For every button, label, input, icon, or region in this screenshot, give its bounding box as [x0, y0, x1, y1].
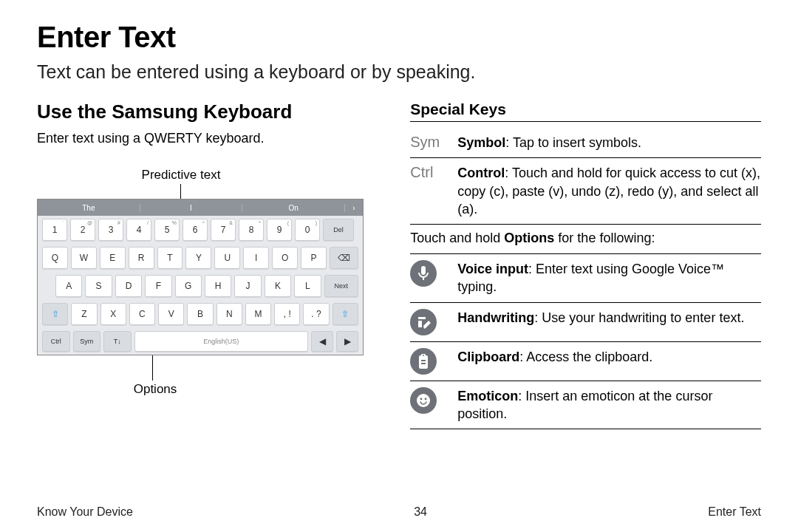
key-t: T: [157, 247, 183, 269]
callout-predictive-text: Predictive text: [133, 168, 229, 183]
key-2: 2@: [70, 219, 95, 241]
page-footer: Know Your Device 34 Enter Text: [37, 505, 761, 519]
key-m: M: [245, 303, 271, 325]
key-a: A: [55, 275, 82, 297]
key-1: 1`: [42, 219, 67, 241]
keyboard-illustration: Predictive text The I On › 1` 2@ 3# 4/ 5…: [37, 168, 381, 397]
option-description: Clipboard: Access the clipboard.: [457, 348, 761, 366]
footer-left: Know Your Device: [37, 505, 133, 519]
key-8: 8*: [239, 219, 264, 241]
option-row-voice: Voice input: Enter text using Google Voi…: [410, 254, 761, 303]
key-3: 3#: [98, 219, 123, 241]
key-i: I: [243, 247, 269, 269]
key-n: N: [216, 303, 242, 325]
key-period: . ?: [303, 303, 329, 325]
key-7: 7&: [211, 219, 236, 241]
key-c: C: [129, 303, 155, 325]
icon-slot: [410, 387, 449, 414]
key-y: Y: [185, 247, 211, 269]
predictive-word: On: [242, 204, 345, 212]
option-description: Handwriting: Use your handwriting to ent…: [457, 309, 761, 327]
key-b: B: [187, 303, 213, 325]
left-column: Use the Samsung Keyboard Enter text usin…: [37, 100, 381, 429]
icon-slot: [410, 309, 449, 335]
option-description: Emoticon: Insert an emoticon at the curs…: [457, 387, 761, 423]
key-options: T↓: [103, 331, 132, 352]
key-l: L: [294, 275, 321, 297]
key-arrow-left: ◀: [311, 331, 333, 352]
key-j: J: [234, 275, 261, 297]
key-w: W: [71, 247, 97, 269]
callout-options: Options: [133, 382, 177, 397]
key-p: P: [301, 247, 327, 269]
key-k: K: [265, 275, 291, 297]
key-f: F: [145, 275, 171, 297]
smiley-icon: [410, 387, 437, 414]
footer-page-number: 34: [414, 505, 427, 519]
key-g: G: [175, 275, 202, 297]
key-ctrl: Ctrl: [42, 331, 70, 352]
key-indicator: Ctrl: [410, 164, 449, 181]
section-heading-keyboard: Use the Samsung Keyboard: [37, 100, 381, 123]
microphone-icon: [410, 260, 437, 287]
key-o: O: [272, 247, 298, 269]
key-spacebar: English(US): [134, 331, 309, 352]
key-next: Next: [324, 275, 359, 297]
option-row-handwriting: Handwriting: Use your handwriting to ent…: [410, 303, 761, 342]
key-arrow-right: ▶: [336, 331, 358, 352]
key-0: 0): [295, 219, 320, 241]
svg-point-2: [425, 398, 427, 400]
special-key-row-sym: Sym Symbol: Tap to insert symbols.: [410, 128, 761, 158]
keyboard-row-numbers: 1` 2@ 3# 4/ 5% 6^ 7& 8* 9( 0) Del: [38, 216, 363, 244]
two-column-layout: Use the Samsung Keyboard Enter text usin…: [37, 100, 761, 429]
key-x: X: [100, 303, 126, 325]
section-heading-special-keys: Special Keys: [410, 100, 761, 122]
svg-point-0: [417, 394, 430, 407]
key-4: 4/: [126, 219, 151, 241]
keyboard-row-bottom: Ctrl Sym T↓ English(US) ◀ ▶: [38, 328, 363, 355]
predictive-word: I: [140, 204, 243, 212]
keyboard-row-qwerty: Q W E R T Y U I O P ⌫: [38, 244, 363, 272]
sym-key-label: Sym: [410, 134, 440, 151]
key-h: H: [205, 275, 231, 297]
key-delete: Del: [323, 219, 354, 241]
right-column: Special Keys Sym Symbol: Tap to insert s…: [410, 100, 761, 429]
key-shift-left: ⇧: [42, 303, 68, 325]
predictive-bar: The I On ›: [38, 200, 363, 216]
icon-slot: [410, 348, 449, 375]
keyboard-graphic: The I On › 1` 2@ 3# 4/ 5% 6^ 7& 8*: [37, 199, 364, 355]
callout-line: [180, 184, 181, 199]
key-e: E: [100, 247, 126, 269]
key-indicator: Sym: [410, 134, 449, 151]
predictive-word: The: [38, 204, 140, 212]
svg-point-1: [420, 398, 423, 400]
handwriting-icon: [410, 309, 437, 335]
keyboard-row-asdf: A S D F G H J K L Next: [38, 272, 363, 300]
key-q: Q: [42, 247, 68, 269]
key-r: R: [129, 247, 154, 269]
key-5: 5%: [154, 219, 180, 241]
key-description: Control: Touch and hold for quick access…: [457, 164, 761, 218]
section-body-keyboard: Enter text using a QWERTY keyboard.: [37, 129, 381, 147]
key-shift-right: ⇧: [332, 303, 358, 325]
manual-page: Enter Text Text can be entered using a k…: [0, 0, 798, 532]
page-title: Enter Text: [37, 21, 761, 54]
option-description: Voice input: Enter text using Google Voi…: [457, 260, 761, 296]
key-z: Z: [71, 303, 97, 325]
predictive-expand-icon: ›: [345, 204, 363, 212]
ctrl-key-label: Ctrl: [410, 164, 433, 181]
key-6: 6^: [183, 219, 208, 241]
callout-line: [152, 355, 153, 381]
key-d: D: [115, 275, 142, 297]
keyboard-row-zxcv: ⇧ Z X C V B N M , ! . ? ⇧: [38, 300, 363, 328]
key-s: S: [85, 275, 112, 297]
footer-right: Enter Text: [708, 505, 761, 519]
key-comma: , !: [274, 303, 300, 325]
key-9: 9(: [267, 219, 292, 241]
key-v: V: [158, 303, 184, 325]
intro-text: Text can be entered using a keyboard or …: [37, 61, 761, 83]
key-sym: Sym: [73, 331, 101, 352]
icon-slot: [410, 260, 449, 287]
key-backspace: ⌫: [330, 247, 358, 269]
key-description: Symbol: Tap to insert symbols.: [457, 134, 761, 151]
